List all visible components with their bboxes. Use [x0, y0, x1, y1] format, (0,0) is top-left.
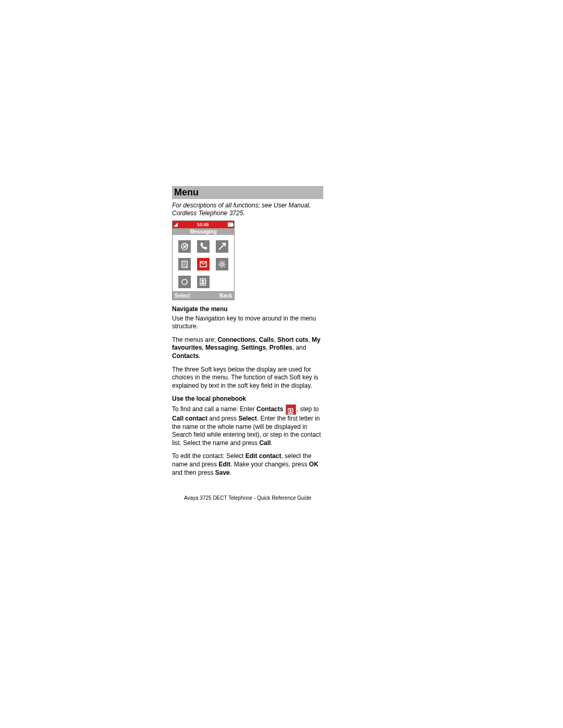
calls-icon [197, 240, 210, 253]
heading-bar: Menu [172, 186, 323, 199]
page-heading: Menu [174, 187, 321, 198]
phonebook-heading: Use the local phonebook [172, 395, 323, 403]
body-text: Navigate the menu Use the Navigation key… [172, 305, 323, 477]
svg-point-7 [289, 409, 291, 411]
phone-softkey-bar: Select Back [173, 291, 234, 300]
svg-point-2 [221, 263, 224, 266]
svg-point-5 [202, 280, 204, 282]
favourites-icon [178, 258, 191, 270]
profiles-icon [178, 276, 191, 288]
connections-icon [178, 240, 191, 253]
softkey-right: Back [219, 293, 232, 299]
phone-time: 10:45 [197, 222, 209, 227]
navigate-p1: Use the Navigation key to move around in… [172, 315, 323, 331]
navigate-p2: The menus are; Connections, Calls, Short… [172, 336, 323, 361]
phone-menu-title: Messaging [173, 228, 234, 235]
phone-screen-illustration: 10:45 Messaging Select Back [172, 220, 235, 300]
contacts-icon [197, 276, 210, 288]
phonebook-p2: To edit the contact: Select Edit contact… [172, 452, 323, 477]
navigate-heading: Navigate the menu [172, 305, 323, 314]
navigate-p3: The three Soft keys below the display ar… [172, 366, 323, 390]
battery-icon [228, 223, 233, 227]
page-footer: Avaya 3725 DECT Telephone - Quick Refere… [172, 495, 323, 501]
settings-icon [216, 258, 228, 270]
signal-icon [174, 223, 178, 227]
phonebook-p1: To find and call a name: Enter Contacts … [172, 404, 323, 447]
shortcuts-icon [216, 240, 228, 253]
softkey-left: Select [175, 293, 190, 299]
page-content: Menu For descriptions of all functions; … [172, 186, 323, 482]
messaging-icon [197, 258, 210, 270]
intro-text: For descriptions of all functions; see U… [172, 202, 323, 217]
contacts-inline-icon [286, 404, 296, 415]
phone-icon-grid [173, 235, 234, 291]
phone-status-bar: 10:45 [173, 221, 234, 228]
